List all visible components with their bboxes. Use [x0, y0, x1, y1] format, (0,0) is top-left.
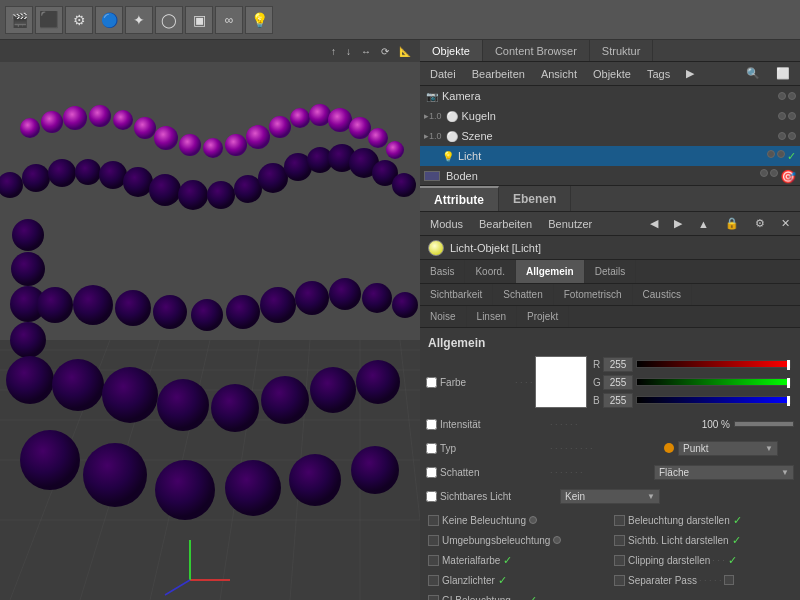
list-item[interactable]: ▸1.0 ⚪ Kugeln: [420, 106, 800, 126]
cb-beleuchtung-box[interactable]: [614, 515, 625, 526]
menu-ansicht[interactable]: Ansicht: [537, 68, 581, 80]
menu-datei[interactable]: Datei: [426, 68, 460, 80]
cb-glanzlichter-box[interactable]: [428, 575, 439, 586]
dot1[interactable]: [778, 112, 786, 120]
dot2[interactable]: [788, 132, 796, 140]
subtab-allgemein[interactable]: Allgemein: [516, 260, 585, 283]
typ-checkbox[interactable]: [426, 443, 437, 454]
subtab-details[interactable]: Details: [585, 260, 637, 283]
toolbar-icon-light[interactable]: 💡: [245, 6, 273, 34]
list-item[interactable]: ▸1.0 ⚪ Szene: [420, 126, 800, 146]
settings-btn[interactable]: ⚙: [751, 217, 769, 230]
up-icon[interactable]: ▲: [694, 218, 713, 230]
cb-gi-check: ✓: [528, 594, 537, 601]
subtab-caustics[interactable]: Caustics: [633, 284, 692, 305]
schatten-arrow: ▼: [781, 468, 789, 477]
subtab-sichtbarkeit[interactable]: Sichtbarkeit: [420, 284, 493, 305]
subtab-fotometrisch[interactable]: Fotometrisch: [554, 284, 633, 305]
settings-icon[interactable]: ⬜: [772, 67, 794, 80]
vp-frame-btn[interactable]: ⟳: [378, 45, 392, 58]
vp-btn-1[interactable]: ↑: [328, 45, 339, 58]
dot1[interactable]: [760, 169, 768, 177]
farbe-checkbox[interactable]: [426, 377, 437, 388]
schatten-checkbox[interactable]: [426, 467, 437, 478]
intensity-checkbox[interactable]: [426, 419, 437, 430]
b-input[interactable]: 255: [603, 393, 633, 408]
tab-objekte[interactable]: Objekte: [420, 40, 483, 61]
sichtbares-checkbox[interactable]: [426, 491, 437, 502]
subtab-koord[interactable]: Koord.: [465, 260, 515, 283]
b-colorbar[interactable]: [636, 396, 791, 404]
cb-separater-box[interactable]: [614, 575, 625, 586]
g-input[interactable]: 255: [603, 375, 633, 390]
cb-materialfarbe-box[interactable]: [428, 555, 439, 566]
cb-umgebung-box[interactable]: [428, 535, 439, 546]
list-item[interactable]: Boden 🎯: [420, 166, 800, 186]
toolbar-icon-deform[interactable]: ✦: [125, 6, 153, 34]
search-icon[interactable]: 🔍: [742, 67, 764, 80]
toolbar-icon-cube[interactable]: ⬛: [35, 6, 63, 34]
vp-grid-btn[interactable]: 📐: [396, 45, 414, 58]
menu-arrow[interactable]: ▶: [682, 67, 698, 80]
toolbar-icon-file[interactable]: 🎬: [5, 6, 33, 34]
dot2[interactable]: [788, 112, 796, 120]
toolbar-icon-anim[interactable]: ∞: [215, 6, 243, 34]
vp-btn-2[interactable]: ↓: [343, 45, 354, 58]
r-colorbar[interactable]: [636, 360, 791, 368]
list-item[interactable]: 📷 Kamera: [420, 86, 800, 106]
subtab-noise[interactable]: Noise: [420, 306, 467, 327]
toolbar-icon-spline[interactable]: ⚙: [65, 6, 93, 34]
punkt-icon: [664, 443, 674, 453]
menu-tags[interactable]: Tags: [643, 68, 674, 80]
svg-point-78: [351, 446, 399, 494]
viewport-canvas: [0, 40, 420, 600]
dot1[interactable]: [767, 150, 775, 158]
expand-icon[interactable]: ▸1.0: [424, 111, 442, 121]
subtab-basis[interactable]: Basis: [420, 260, 465, 283]
obj-visibility-dots: [778, 112, 796, 120]
svg-point-55: [73, 285, 113, 325]
cb-keine-beleuchtung-box[interactable]: [428, 515, 439, 526]
expand-icon[interactable]: ▸1.0: [424, 131, 442, 141]
dot2[interactable]: [770, 169, 778, 177]
toolbar-icon-camera[interactable]: ▣: [185, 6, 213, 34]
typ-select[interactable]: Punkt ▼: [678, 441, 778, 456]
dot1[interactable]: [778, 132, 786, 140]
sichtbares-arrow: ▼: [647, 492, 655, 501]
subtab-schatten[interactable]: Schatten: [493, 284, 553, 305]
arrow-right-icon[interactable]: ▶: [670, 217, 686, 230]
cb-clipping-box[interactable]: [614, 555, 625, 566]
viewport[interactable]: ↑ ↓ ↔ ⟳ 📐: [0, 40, 420, 600]
dot2[interactable]: [777, 150, 785, 158]
intensity-bar[interactable]: [734, 421, 794, 427]
g-colorbar[interactable]: [636, 378, 791, 386]
menu-objekte[interactable]: Objekte: [589, 68, 635, 80]
tab-content-browser[interactable]: Content Browser: [483, 40, 590, 61]
cb-separater-check[interactable]: [724, 575, 734, 585]
dot1[interactable]: [778, 92, 786, 100]
close-btn[interactable]: ✕: [777, 217, 794, 230]
tab-ebenen[interactable]: Ebenen: [499, 186, 571, 211]
vp-btn-3[interactable]: ↔: [358, 45, 374, 58]
r-input[interactable]: 255: [603, 357, 633, 372]
cb-glanzlichter-check: ✓: [498, 574, 507, 587]
tab-struktur[interactable]: Struktur: [590, 40, 654, 61]
subtab-projekt[interactable]: Projekt: [517, 306, 569, 327]
toolbar-icon-scene[interactable]: ◯: [155, 6, 183, 34]
bearbeiten-btn[interactable]: Bearbeiten: [475, 218, 536, 230]
dot2[interactable]: [788, 92, 796, 100]
arrow-left-icon[interactable]: ◀: [646, 217, 662, 230]
tab-attribute[interactable]: Attribute: [420, 186, 499, 211]
lock-icon[interactable]: 🔒: [721, 217, 743, 230]
color-swatch[interactable]: [535, 356, 587, 408]
subtab-linsen[interactable]: Linsen: [467, 306, 517, 327]
schatten-select[interactable]: Fläche ▼: [654, 465, 794, 480]
list-item[interactable]: 💡 Licht ✓: [420, 146, 800, 166]
menu-bearbeiten[interactable]: Bearbeiten: [468, 68, 529, 80]
cb-sichtb-box[interactable]: [614, 535, 625, 546]
benutzer-btn[interactable]: Benutzer: [544, 218, 596, 230]
modus-btn[interactable]: Modus: [426, 218, 467, 230]
toolbar-icon-nurbs[interactable]: 🔵: [95, 6, 123, 34]
cb-gi-box[interactable]: [428, 595, 439, 601]
sichtbares-select[interactable]: Kein ▼: [560, 489, 660, 504]
